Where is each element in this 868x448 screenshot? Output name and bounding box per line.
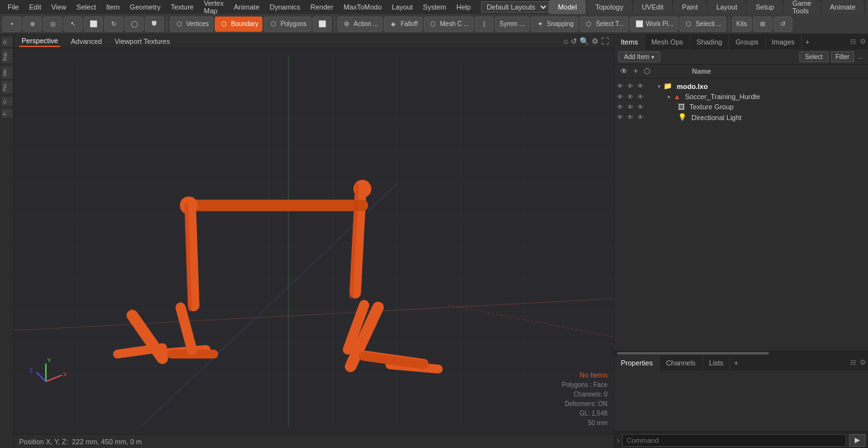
menu-view[interactable]: View — [46, 2, 72, 12]
expand-icon-modo[interactable]: ▾ — [658, 83, 661, 90]
tab-animate[interactable]: Animate — [821, 0, 864, 14]
menu-file[interactable]: File — [3, 2, 24, 12]
shield-btn[interactable]: ⛊ — [145, 17, 164, 32]
selecti-btn[interactable]: ⬡ Selecti ... — [679, 17, 726, 32]
eye2-icon-modo[interactable]: 👁 — [627, 83, 634, 90]
eye2-icon-tex[interactable]: 👁 — [627, 104, 634, 111]
items-visibility-icon[interactable]: 👁 — [618, 66, 630, 76]
kits-btn[interactable]: Kits — [732, 17, 752, 32]
arrow-btn[interactable]: ↖ — [64, 17, 83, 32]
snapping-btn[interactable]: ✦ Snapping — [531, 17, 578, 32]
vp-expand-btn[interactable]: ⛶ — [601, 37, 609, 46]
items-render-icon[interactable]: ⬡ — [642, 66, 652, 76]
items-panel-settings[interactable]: ⚙ — [858, 37, 868, 46]
transform-btn[interactable]: ⬜ — [84, 17, 103, 32]
menu-vertex-map[interactable]: Vertex Map — [199, 0, 229, 16]
prop-panel-settings[interactable]: ⚙ — [858, 358, 868, 367]
sidebar-btn-d[interactable]: D: — [1, 37, 13, 46]
tab-paint[interactable]: Paint — [673, 0, 707, 14]
vertices-btn[interactable]: ⬡ Vertices — [170, 17, 214, 32]
items-tab-shading[interactable]: Shading — [690, 34, 729, 50]
prop-panel-expand[interactable]: ⊟ — [848, 358, 858, 367]
list-item-light[interactable]: 👁 👁 👁 💡 Directional Light — [614, 112, 868, 123]
eye3-icon-tex[interactable]: 👁 — [637, 104, 644, 111]
circle-btn[interactable]: ◯ — [125, 17, 144, 32]
filter-btn[interactable]: Filter — [831, 51, 854, 62]
sidebar-btn-f[interactable]: F: — [1, 109, 13, 118]
items-tab-items[interactable]: Items — [614, 34, 645, 50]
action-btn[interactable]: ⚙ Action ... — [337, 17, 383, 32]
vp-home-btn[interactable]: ⌂ — [564, 37, 568, 46]
vp-refresh-btn[interactable]: ↺ — [571, 37, 577, 46]
viewport-3d[interactable]: X Y Z No Items Polygons : Face Channels:… — [14, 48, 614, 434]
command-input[interactable] — [622, 434, 846, 447]
sidebar-btn-me[interactable]: Me. — [1, 66, 13, 79]
eye-icon-tex[interactable]: 👁 — [617, 104, 623, 111]
items-tab-groups[interactable]: Groups — [729, 34, 765, 50]
eye3-icon-hurdle[interactable]: 👁 — [637, 93, 644, 100]
items-panel-expand[interactable]: ⊟ — [848, 37, 858, 46]
list-item-texture-group[interactable]: 👁 👁 👁 🖼 Texture Group — [614, 102, 868, 112]
vp-tab-advanced[interactable]: Advanced — [68, 36, 104, 46]
tab-layout[interactable]: Layout — [707, 0, 746, 14]
rotate-view-btn[interactable]: ↺ — [773, 17, 792, 32]
boundary-btn[interactable]: ⬡ Boundary — [215, 17, 263, 32]
vp-tab-perspective[interactable]: Perspective — [19, 36, 60, 47]
menu-texture[interactable]: Texture — [166, 2, 199, 12]
prop-tab-channels[interactable]: Channels — [660, 355, 702, 370]
menu-layout-item[interactable]: Layout — [387, 2, 418, 12]
select-t-btn[interactable]: ⬡ Select T... — [580, 17, 628, 32]
items-scroll-thumb[interactable] — [617, 352, 769, 355]
prop-tab-properties[interactable]: Properties — [614, 355, 660, 370]
vp-zoom-btn[interactable]: 🔍 — [580, 37, 589, 46]
tab-setup[interactable]: Setup — [747, 0, 783, 14]
eye2-icon-light[interactable]: 👁 — [627, 114, 634, 121]
lasso-btn[interactable]: ◎ — [43, 17, 62, 32]
expand-icon-hurdle[interactable]: ▸ — [668, 93, 671, 100]
select-btn[interactable]: Select — [799, 51, 829, 62]
menu-geometry[interactable]: Geometry — [125, 2, 165, 12]
small-dot-btn[interactable]: • — [3, 17, 22, 32]
items-tab-add[interactable]: + — [802, 37, 813, 47]
eye3-icon-light[interactable]: 👁 — [637, 114, 644, 121]
tab-topology[interactable]: Topology — [587, 0, 632, 14]
vp-tab-textures[interactable]: Viewport Textures — [112, 36, 172, 46]
menu-system[interactable]: System — [418, 2, 452, 12]
tab-uvedit[interactable]: UVEdit — [633, 0, 672, 14]
sidebar-btn-c[interactable]: C: — [1, 97, 13, 106]
items-lock-icon[interactable]: + — [632, 66, 640, 76]
items-tab-mesh-ops[interactable]: Mesh Ops — [645, 34, 690, 50]
items-tab-images[interactable]: Images — [766, 34, 802, 50]
axis-line-btn[interactable]: | — [475, 17, 494, 32]
menu-select[interactable]: Select — [71, 2, 101, 12]
symm-btn[interactable]: Symm ... — [495, 17, 529, 32]
layout-selector[interactable]: Default Layouts — [481, 1, 549, 13]
menu-render[interactable]: Render — [306, 2, 339, 12]
falloff-btn[interactable]: ◈ Falloff — [384, 17, 422, 32]
eye2-icon-hurdle[interactable]: 👁 — [627, 93, 634, 100]
tab-render[interactable]: Render — [865, 0, 868, 14]
mesh-c-btn[interactable]: ⬡ Mesh C ... — [424, 17, 474, 32]
tab-game-tools[interactable]: Game Tools — [783, 0, 820, 14]
list-item-modo-lxo[interactable]: 👁 👁 👁 ▾ 📁 modo.lxo — [614, 81, 868, 92]
vp-settings-btn[interactable]: ⚙ — [592, 37, 599, 46]
menu-dynamics[interactable]: Dynamics — [264, 2, 305, 12]
eye-icon-hurdle[interactable]: 👁 — [617, 93, 623, 100]
globe-btn[interactable]: ⊕ — [23, 17, 42, 32]
prop-tab-add[interactable]: + — [730, 358, 742, 368]
menu-help[interactable]: Help — [451, 2, 476, 12]
eye3-icon-modo[interactable]: 👁 — [637, 83, 644, 90]
menu-item[interactable]: Item — [101, 2, 125, 12]
menu-animate[interactable]: Animate — [229, 2, 264, 12]
mesh-box-btn[interactable]: ⬜ — [313, 17, 332, 32]
eye-icon-modo[interactable]: 👁 — [617, 83, 623, 90]
add-item-btn[interactable]: Add Item ▾ — [618, 51, 660, 62]
items-toolbar-minus[interactable]: – — [857, 53, 864, 61]
polygons-btn[interactable]: ⬡ Polygons — [264, 17, 311, 32]
list-item-hurdle[interactable]: 👁 👁 👁 ▸ ▲ Soccer_Training_Hurdle — [614, 92, 868, 102]
menu-edit[interactable]: Edit — [24, 2, 46, 12]
grid-btn[interactable]: ⊞ — [753, 17, 772, 32]
menu-maxtomodo[interactable]: MaxToModo — [339, 2, 387, 12]
rotate-btn[interactable]: ↻ — [104, 17, 123, 32]
sidebar-btn-pol[interactable]: Pol: — [1, 81, 13, 93]
